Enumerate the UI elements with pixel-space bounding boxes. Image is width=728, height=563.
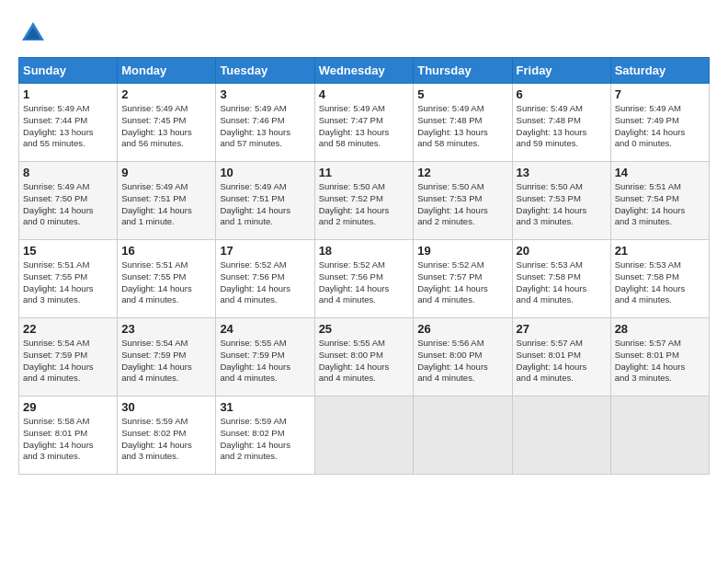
day-info: Sunrise: 5:49 AM Sunset: 7:47 PM Dayligh… xyxy=(319,103,410,150)
day-number: 16 xyxy=(121,244,211,258)
day-number: 7 xyxy=(615,87,705,101)
day-number: 1 xyxy=(23,87,113,101)
weekday-header: Tuesday xyxy=(216,58,314,84)
day-number: 24 xyxy=(220,322,310,336)
day-info: Sunrise: 5:51 AM Sunset: 7:55 PM Dayligh… xyxy=(23,259,113,306)
calendar-cell: 28Sunrise: 5:57 AM Sunset: 8:01 PM Dayli… xyxy=(610,318,709,396)
day-number: 8 xyxy=(23,166,113,179)
day-number: 17 xyxy=(220,244,310,258)
calendar-cell: 21Sunrise: 5:53 AM Sunset: 7:58 PM Dayli… xyxy=(610,240,709,318)
day-info: Sunrise: 5:51 AM Sunset: 7:55 PM Dayligh… xyxy=(121,259,211,306)
weekday-header: Thursday xyxy=(414,58,512,84)
day-info: Sunrise: 5:49 AM Sunset: 7:48 PM Dayligh… xyxy=(517,103,607,150)
calendar-week: 15Sunrise: 5:51 AM Sunset: 7:55 PM Dayli… xyxy=(19,240,710,318)
calendar-header: SundayMondayTuesdayWednesdayThursdayFrid… xyxy=(19,58,710,84)
day-number: 4 xyxy=(319,87,410,101)
day-info: Sunrise: 5:52 AM Sunset: 7:57 PM Dayligh… xyxy=(417,259,507,306)
calendar-cell: 11Sunrise: 5:50 AM Sunset: 7:52 PM Dayli… xyxy=(314,162,414,240)
day-info: Sunrise: 5:50 AM Sunset: 7:53 PM Dayligh… xyxy=(417,181,507,228)
day-info: Sunrise: 5:49 AM Sunset: 7:49 PM Dayligh… xyxy=(615,103,705,150)
calendar-cell: 27Sunrise: 5:57 AM Sunset: 8:01 PM Dayli… xyxy=(512,318,610,396)
calendar-cell: 23Sunrise: 5:54 AM Sunset: 7:59 PM Dayli… xyxy=(118,318,216,396)
day-info: Sunrise: 5:49 AM Sunset: 7:45 PM Dayligh… xyxy=(121,103,211,150)
day-number: 27 xyxy=(517,322,607,336)
day-info: Sunrise: 5:55 AM Sunset: 8:00 PM Dayligh… xyxy=(319,338,410,385)
calendar-cell xyxy=(610,396,709,475)
calendar-week: 29Sunrise: 5:58 AM Sunset: 8:01 PM Dayli… xyxy=(19,396,710,475)
calendar-cell: 7Sunrise: 5:49 AM Sunset: 7:49 PM Daylig… xyxy=(610,84,709,162)
day-number: 3 xyxy=(220,87,310,101)
calendar-week: 8Sunrise: 5:49 AM Sunset: 7:50 PM Daylig… xyxy=(19,162,710,240)
day-number: 10 xyxy=(220,166,310,179)
day-number: 21 xyxy=(615,244,705,258)
day-number: 9 xyxy=(121,166,211,179)
day-number: 14 xyxy=(615,166,705,179)
day-info: Sunrise: 5:59 AM Sunset: 8:02 PM Dayligh… xyxy=(121,416,211,463)
day-number: 30 xyxy=(121,400,211,414)
calendar-cell: 3Sunrise: 5:49 AM Sunset: 7:46 PM Daylig… xyxy=(216,84,314,162)
day-number: 5 xyxy=(417,87,507,101)
day-number: 13 xyxy=(517,166,607,179)
day-number: 28 xyxy=(615,322,705,336)
day-info: Sunrise: 5:49 AM Sunset: 7:48 PM Dayligh… xyxy=(417,103,507,150)
calendar-cell: 16Sunrise: 5:51 AM Sunset: 7:55 PM Dayli… xyxy=(118,240,216,318)
day-number: 15 xyxy=(23,244,113,258)
day-info: Sunrise: 5:53 AM Sunset: 7:58 PM Dayligh… xyxy=(615,259,705,306)
day-number: 29 xyxy=(23,400,113,414)
calendar-cell: 24Sunrise: 5:55 AM Sunset: 7:59 PM Dayli… xyxy=(216,318,314,396)
calendar-body: 1Sunrise: 5:49 AM Sunset: 7:44 PM Daylig… xyxy=(19,84,710,475)
day-info: Sunrise: 5:59 AM Sunset: 8:02 PM Dayligh… xyxy=(220,416,310,463)
calendar-cell: 31Sunrise: 5:59 AM Sunset: 8:02 PM Dayli… xyxy=(216,396,314,475)
day-info: Sunrise: 5:57 AM Sunset: 8:01 PM Dayligh… xyxy=(517,338,607,385)
calendar-cell: 25Sunrise: 5:55 AM Sunset: 8:00 PM Dayli… xyxy=(314,318,414,396)
day-number: 31 xyxy=(220,400,310,414)
calendar-cell: 12Sunrise: 5:50 AM Sunset: 7:53 PM Dayli… xyxy=(414,162,512,240)
weekday-header: Friday xyxy=(512,58,610,84)
day-info: Sunrise: 5:56 AM Sunset: 8:00 PM Dayligh… xyxy=(417,338,507,385)
day-info: Sunrise: 5:53 AM Sunset: 7:58 PM Dayligh… xyxy=(517,259,607,306)
calendar-cell xyxy=(314,396,414,475)
day-info: Sunrise: 5:52 AM Sunset: 7:56 PM Dayligh… xyxy=(220,259,310,306)
calendar: SundayMondayTuesdayWednesdayThursdayFrid… xyxy=(18,57,710,475)
calendar-cell: 4Sunrise: 5:49 AM Sunset: 7:47 PM Daylig… xyxy=(314,84,414,162)
day-number: 22 xyxy=(23,322,113,336)
calendar-cell: 14Sunrise: 5:51 AM Sunset: 7:54 PM Dayli… xyxy=(610,162,709,240)
day-number: 20 xyxy=(517,244,607,258)
calendar-cell: 5Sunrise: 5:49 AM Sunset: 7:48 PM Daylig… xyxy=(414,84,512,162)
day-info: Sunrise: 5:49 AM Sunset: 7:51 PM Dayligh… xyxy=(121,181,211,228)
calendar-cell: 2Sunrise: 5:49 AM Sunset: 7:45 PM Daylig… xyxy=(118,84,216,162)
calendar-cell: 26Sunrise: 5:56 AM Sunset: 8:00 PM Dayli… xyxy=(414,318,512,396)
logo-icon xyxy=(18,18,48,48)
calendar-cell: 22Sunrise: 5:54 AM Sunset: 7:59 PM Dayli… xyxy=(19,318,118,396)
calendar-week: 22Sunrise: 5:54 AM Sunset: 7:59 PM Dayli… xyxy=(19,318,710,396)
day-number: 6 xyxy=(517,87,607,101)
day-info: Sunrise: 5:55 AM Sunset: 7:59 PM Dayligh… xyxy=(220,338,310,385)
logo xyxy=(18,18,51,48)
day-number: 19 xyxy=(417,244,507,258)
calendar-cell: 29Sunrise: 5:58 AM Sunset: 8:01 PM Dayli… xyxy=(19,396,118,475)
day-info: Sunrise: 5:51 AM Sunset: 7:54 PM Dayligh… xyxy=(615,181,705,228)
day-info: Sunrise: 5:58 AM Sunset: 8:01 PM Dayligh… xyxy=(23,416,113,463)
weekday-header: Monday xyxy=(118,58,216,84)
calendar-cell: 1Sunrise: 5:49 AM Sunset: 7:44 PM Daylig… xyxy=(19,84,118,162)
calendar-cell: 10Sunrise: 5:49 AM Sunset: 7:51 PM Dayli… xyxy=(216,162,314,240)
day-info: Sunrise: 5:54 AM Sunset: 7:59 PM Dayligh… xyxy=(121,338,211,385)
day-info: Sunrise: 5:57 AM Sunset: 8:01 PM Dayligh… xyxy=(615,338,705,385)
day-number: 25 xyxy=(319,322,410,336)
day-info: Sunrise: 5:50 AM Sunset: 7:53 PM Dayligh… xyxy=(517,181,607,228)
calendar-cell: 19Sunrise: 5:52 AM Sunset: 7:57 PM Dayli… xyxy=(414,240,512,318)
day-info: Sunrise: 5:49 AM Sunset: 7:51 PM Dayligh… xyxy=(220,181,310,228)
calendar-cell: 30Sunrise: 5:59 AM Sunset: 8:02 PM Dayli… xyxy=(118,396,216,475)
day-number: 23 xyxy=(121,322,211,336)
day-info: Sunrise: 5:49 AM Sunset: 7:50 PM Dayligh… xyxy=(23,181,113,228)
day-number: 12 xyxy=(417,166,507,179)
day-info: Sunrise: 5:50 AM Sunset: 7:52 PM Dayligh… xyxy=(319,181,410,228)
calendar-cell: 13Sunrise: 5:50 AM Sunset: 7:53 PM Dayli… xyxy=(512,162,610,240)
calendar-cell: 15Sunrise: 5:51 AM Sunset: 7:55 PM Dayli… xyxy=(19,240,118,318)
weekday-header: Sunday xyxy=(19,58,118,84)
day-info: Sunrise: 5:52 AM Sunset: 7:56 PM Dayligh… xyxy=(319,259,410,306)
calendar-cell: 18Sunrise: 5:52 AM Sunset: 7:56 PM Dayli… xyxy=(314,240,414,318)
calendar-cell: 17Sunrise: 5:52 AM Sunset: 7:56 PM Dayli… xyxy=(216,240,314,318)
calendar-cell xyxy=(512,396,610,475)
day-number: 26 xyxy=(417,322,507,336)
